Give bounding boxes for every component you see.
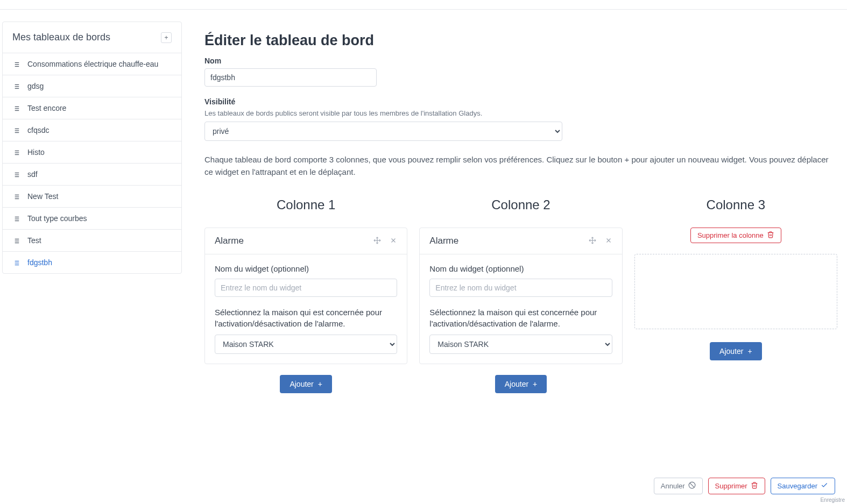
sidebar-item[interactable]: gdsg [3, 75, 181, 97]
close-icon[interactable] [605, 237, 612, 246]
move-icon[interactable] [373, 237, 381, 246]
sidebar-item-label: fdgstbh [27, 258, 52, 267]
widget-header: Alarme [205, 228, 407, 254]
page-title: Éditer le tableau de bord [204, 32, 837, 49]
add-button-label: Ajouter [290, 380, 313, 388]
name-field-section: Nom [204, 56, 837, 87]
sidebar-item[interactable]: Test encore [3, 97, 181, 119]
widget-name-label: Nom du widget (optionnel) [429, 264, 612, 273]
add-widget-button[interactable]: Ajouter+ [280, 375, 332, 393]
widget-body: Nom du widget (optionnel) Sélectionnez l… [420, 254, 622, 364]
sidebar-item[interactable]: Test [3, 229, 181, 251]
sidebar-item[interactable]: sdf [3, 163, 181, 185]
widget-body: Nom du widget (optionnel) Sélectionnez l… [205, 254, 407, 364]
sidebar-item-label: Histo [27, 148, 45, 157]
sidebar-item-label: Test encore [27, 104, 66, 112]
sidebar-item-label: Tout type courbes [27, 214, 87, 223]
list-icon [12, 127, 20, 133]
visibility-label: Visibilité [204, 97, 837, 106]
sidebar-item[interactable]: Tout type courbes [3, 207, 181, 229]
plus-icon: + [533, 380, 537, 388]
add-widget-button[interactable]: Ajouter+ [495, 375, 547, 393]
sidebar-item[interactable]: Histo [3, 141, 181, 163]
widget-name-input[interactable] [215, 279, 397, 297]
columns-hint: Chaque tableau de bord comporte 3 colonn… [204, 154, 837, 178]
widget-card: Alarme Nom du widget (optionnel) Sélecti… [419, 228, 622, 364]
sidebar-header: Mes tableaux de bords + [3, 22, 181, 53]
list-icon [12, 105, 20, 111]
topbar [0, 0, 847, 10]
page-wrap: Mes tableaux de bords + Consommations él… [0, 10, 847, 468]
widget-house-desc: Sélectionnez la maison qui est concernée… [429, 307, 612, 329]
delete-column-label: Supprimer la colonne [697, 231, 764, 239]
list-icon [12, 259, 20, 266]
delete-column-button[interactable]: Supprimer la colonne [690, 228, 781, 243]
column-1: Colonne 1 Alarme Nom du widget (optionne… [204, 197, 407, 393]
list-icon [12, 61, 20, 67]
widget-card: Alarme Nom du widget (optionnel) Sélecti… [204, 228, 407, 364]
widget-house-select[interactable]: Maison STARK [215, 335, 397, 354]
widget-house-select[interactable]: Maison STARK [429, 335, 612, 354]
column-1-title: Colonne 1 [204, 197, 407, 212]
add-button-label: Ajouter [719, 347, 743, 356]
sidebar-item[interactable]: New Test [3, 185, 181, 207]
sidebar-item[interactable]: Consommations électrique chauffe-eau [3, 53, 181, 75]
list-icon [12, 149, 20, 155]
visibility-hint: Les tableaux de bords publics seront vis… [204, 109, 837, 117]
column-2: Colonne 2 Alarme Nom du widget (optionne… [419, 197, 622, 393]
sidebar-item[interactable]: fdgstbh [3, 251, 181, 273]
sidebar-title: Mes tableaux de bords [12, 32, 110, 43]
sidebar-item-label: gdsg [27, 82, 44, 90]
list-icon [12, 237, 20, 244]
list-icon [12, 193, 20, 200]
column-3-title: Colonne 3 [634, 197, 837, 212]
empty-dropzone[interactable] [634, 254, 837, 329]
list-icon [12, 215, 20, 222]
move-icon[interactable] [589, 237, 596, 246]
column-2-title: Colonne 2 [419, 197, 622, 212]
add-button-label: Ajouter [505, 380, 528, 388]
widget-name-label: Nom du widget (optionnel) [215, 264, 397, 273]
list-icon [12, 83, 20, 89]
sidebar-item-label: Consommations électrique chauffe-eau [27, 60, 158, 68]
main-content: Éditer le tableau de bord Nom Visibilité… [194, 22, 842, 468]
name-label: Nom [204, 56, 837, 65]
widget-title: Alarme [215, 236, 244, 246]
columns-row: Colonne 1 Alarme Nom du widget (optionne… [204, 197, 837, 393]
sidebar-item-label: cfqsdc [27, 126, 49, 134]
visibility-section: Visibilité Les tableaux de bords publics… [204, 97, 837, 141]
widget-name-input[interactable] [429, 279, 612, 297]
sidebar-item-label: sdf [27, 170, 38, 179]
plus-icon: + [318, 380, 322, 388]
sidebar-list: Consommations électrique chauffe-eaugdsg… [3, 53, 181, 273]
sidebar-item-label: Test [27, 236, 41, 245]
widget-house-desc: Sélectionnez la maison qui est concernée… [215, 307, 397, 329]
column-3: Colonne 3 Supprimer la colonne Ajouter+ [634, 197, 837, 393]
widget-header: Alarme [420, 228, 622, 254]
name-input[interactable] [204, 68, 377, 87]
sidebar: Mes tableaux de bords + Consommations él… [2, 22, 182, 274]
add-widget-button[interactable]: Ajouter+ [710, 342, 762, 360]
add-dashboard-button[interactable]: + [161, 32, 172, 43]
plus-icon: + [747, 347, 752, 356]
sidebar-item[interactable]: cfqsdc [3, 119, 181, 141]
list-icon [12, 171, 20, 178]
sidebar-item-label: New Test [27, 192, 58, 201]
close-icon[interactable] [390, 237, 397, 246]
trash-icon [767, 231, 774, 240]
widget-title: Alarme [429, 236, 458, 246]
visibility-select[interactable]: privé [204, 122, 562, 141]
